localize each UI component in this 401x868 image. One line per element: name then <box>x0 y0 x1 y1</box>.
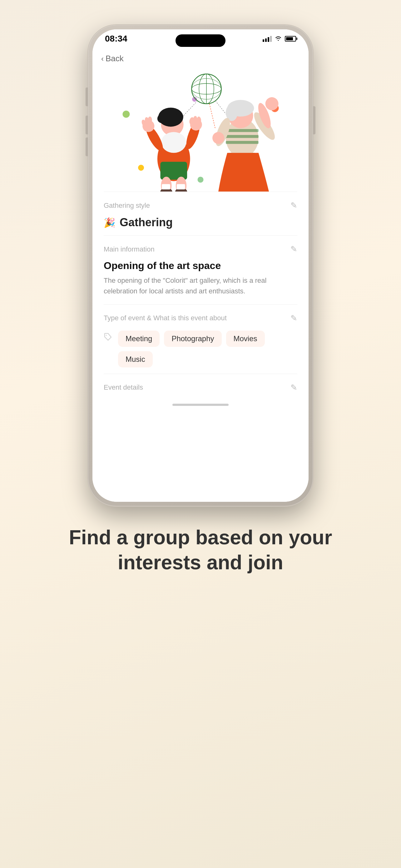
home-indicator <box>172 404 229 406</box>
gathering-style-section: Gathering style ✎ 🎉 Gathering <box>93 191 308 235</box>
svg-rect-26 <box>177 184 185 189</box>
back-label: Back <box>106 54 124 63</box>
type-of-event-header: Type of event & What is this event about… <box>104 304 297 326</box>
type-of-event-section: Type of event & What is this event about… <box>93 304 308 374</box>
gathering-style-edit-icon[interactable]: ✎ <box>291 200 297 210</box>
phone-frame: 08:34 <box>88 25 313 506</box>
svg-point-17 <box>157 114 166 123</box>
tags-container: Meeting Photography Movies Music <box>118 331 297 367</box>
svg-point-54 <box>212 132 224 144</box>
main-info-label: Main information <box>104 245 155 253</box>
type-of-event-edit-icon[interactable]: ✎ <box>291 313 297 323</box>
signal-icon <box>263 36 272 42</box>
back-chevron-icon: ‹ <box>101 54 104 63</box>
type-of-event-label: Type of event & What is this event about <box>104 314 227 322</box>
tags-row: Meeting Photography Movies Music <box>104 326 297 374</box>
event-title: Opening of the art space <box>104 257 297 275</box>
main-info-header: Main information ✎ <box>104 235 297 257</box>
event-details-label: Event details <box>104 383 143 392</box>
status-icons <box>263 35 296 42</box>
tag-music[interactable]: Music <box>118 351 153 367</box>
svg-rect-25 <box>162 184 170 189</box>
status-time: 08:34 <box>105 34 127 44</box>
svg-point-55 <box>106 335 107 336</box>
back-button[interactable]: ‹ Back <box>93 48 308 67</box>
svg-point-53 <box>265 97 278 110</box>
svg-point-1 <box>138 165 144 170</box>
battery-icon <box>285 36 296 41</box>
svg-line-12 <box>209 104 215 129</box>
svg-rect-45 <box>226 135 259 138</box>
bottom-tagline: Find a group based on your interests and… <box>0 525 401 575</box>
svg-rect-44 <box>226 129 259 132</box>
gathering-style-header: Gathering style ✎ <box>104 191 297 213</box>
screen-content[interactable]: ‹ Back <box>93 48 308 502</box>
tag-icon <box>104 333 112 343</box>
gathering-title: Gathering <box>120 216 173 229</box>
svg-rect-20 <box>160 162 187 180</box>
gathering-style-label: Gathering style <box>104 202 150 210</box>
event-details-header: Event details ✎ <box>104 374 297 401</box>
svg-point-2 <box>197 177 203 183</box>
tag-meeting[interactable]: Meeting <box>118 331 160 347</box>
main-info-edit-icon[interactable]: ✎ <box>291 244 297 254</box>
svg-point-0 <box>123 111 130 118</box>
event-details-edit-icon[interactable]: ✎ <box>291 383 297 393</box>
svg-point-18 <box>176 113 183 120</box>
dynamic-island <box>175 34 226 47</box>
svg-point-33 <box>148 117 152 124</box>
event-details-section: Event details ✎ <box>93 374 308 401</box>
svg-rect-46 <box>226 141 259 144</box>
hero-illustration <box>93 67 308 191</box>
tag-movies[interactable]: Movies <box>226 331 265 347</box>
gathering-row: 🎉 Gathering <box>104 213 297 235</box>
gathering-emoji-icon: 🎉 <box>104 217 115 228</box>
event-description: The opening of the "Colorit" art gallery… <box>104 275 297 304</box>
main-info-section: Main information ✎ Opening of the art sp… <box>93 235 308 304</box>
svg-point-19 <box>161 132 186 153</box>
tag-photography[interactable]: Photography <box>164 331 222 347</box>
wifi-icon <box>275 35 282 42</box>
tagline-text: Find a group based on your interests and… <box>37 525 364 575</box>
